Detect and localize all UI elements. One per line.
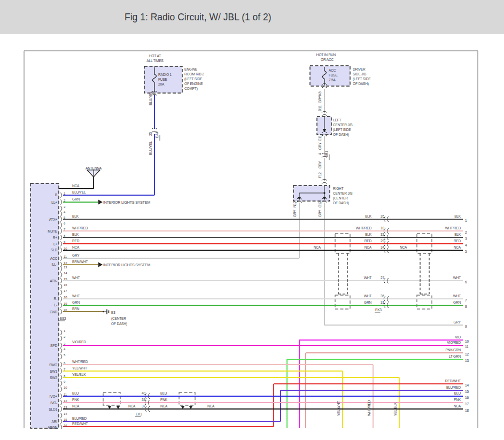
diagram-label: BRN/WHT [72,260,88,264]
pin-bracket [60,387,62,392]
pin-bracket [60,217,62,222]
shield-box [335,295,350,309]
diagram-label: GRN [72,197,80,201]
pin-bracket [60,248,62,253]
pin-bracket [60,394,62,399]
diagram-label: PNK [160,398,168,402]
pin-number: 2 [64,199,66,202]
diagram-label: SPD [50,344,57,348]
pin-number: 12 [64,399,67,403]
pin-number: 1 [64,329,66,333]
diagram-label: SIDE J/B [353,72,366,76]
diagram-label: 6 [465,280,467,284]
diagram-label: CENTER J/B [333,123,352,127]
diagram-label: GRY [453,320,461,324]
shield-box [417,295,432,309]
pin-bracket [60,343,62,348]
pin-bracket [60,267,62,272]
junction-dot [323,192,325,194]
shield-box [103,392,120,405]
diagram-label: 16 [465,396,469,399]
pin-number: 5 [64,353,66,357]
diagram-label: NCA [72,184,80,188]
diagram-label: BLK [72,214,79,218]
pin-number: 2 [64,335,66,338]
diagram-label: BLK [454,233,461,236]
pin-number: 9 [64,380,66,383]
diagram-label: IVO+ [50,395,58,398]
diagram-label: CENTER J/B [333,191,352,195]
diagram-label: L- [55,303,57,307]
diagram-label: VIO [455,335,461,339]
diagram-label: 2 [465,230,467,234]
diagram-label: ALL TIMES [146,59,164,63]
diagram-label: YEL/BLK [72,373,86,376]
diagram-label: N12 [293,201,297,207]
diagram-label: BLU/YEL [72,190,86,194]
radio-circuit-figure-page: Fig 1: Radio Circuit, W/ JBL (1 of 2) 12… [0,0,504,440]
diagram-label: 34 [381,245,384,249]
diagram-label: BRN [72,307,80,311]
pin-number: 10 [64,247,67,250]
diagram-label: 17 [465,402,469,406]
diagram-label: ILL- [51,263,57,266]
pin-bracket [60,400,62,405]
pin-number: 15 [64,418,67,421]
pin-number: 7 [64,368,66,371]
diagram-label: RED [454,239,461,243]
diagram-label: 18 [381,226,384,230]
diagram-label: ANTENNA [86,166,102,170]
diagram-label: 10 [465,339,469,343]
diagram-label: SW1 [50,369,57,373]
diagram-label: 29 [381,239,384,243]
diagram-label: BLK [72,233,79,236]
diagram-label: 4 [318,153,322,155]
diagram-label: ENGINE [184,67,198,71]
pin-bracket [60,362,62,367]
pin-bracket [60,419,62,424]
diagram-label: BLU/RED [446,385,461,389]
diagram-label: RED/WHT [72,422,88,426]
diagram-label: RADIO 1 [158,73,172,76]
diagram-label: DRIVER [353,67,366,71]
diagram-label: SW2 [50,376,57,380]
pin-bracket [60,303,62,308]
diagram-label: R+ [53,236,58,240]
diagram-label: COMPT) [184,87,198,91]
diagram-label: 3 [465,237,467,241]
diagram-label: 35 [381,294,384,298]
diagram-label: BLU/YEL [149,91,152,105]
diagram-label: PNK [72,398,80,402]
diagram-label: WHT/RED [445,226,461,230]
pin-bracket [60,256,62,261]
diagram-label: NCA [207,404,215,408]
pin-number: 15 [64,277,67,281]
diagram-label: 11 [465,345,469,349]
pin-bracket [60,193,62,198]
diagram-label: 26 [381,214,384,218]
pin-bracket [60,235,62,240]
diagram-label: 8 [465,305,467,308]
pin-number: 4 [64,211,66,214]
diagram-label: YEL/WHT [72,366,87,370]
diagram-label: WHT [72,276,80,280]
pin-number: 3 [64,205,66,209]
diagram-label: EK3 [375,308,382,312]
shield-box [179,392,195,405]
pin-number: 20 [64,308,67,312]
diagram-label: OF DASH) [333,133,349,137]
diagram-label: ARI [52,420,58,423]
pin-bracket [60,413,62,418]
diagram-label: WHT [72,294,80,298]
diagram-label: (LEFT SIDE [333,128,351,132]
arrow-icon [98,200,103,205]
diagram-label: RED [72,239,80,243]
diagram-label: LT GRN [449,354,461,358]
diagram-label: L+ [53,242,57,246]
pin-number: 7 [64,228,66,231]
diagram-label: WHT/RED [72,226,88,230]
diagram-label: BLU [72,391,79,395]
diagram-label: C11 [318,135,322,141]
diagram-label: K8 [318,91,322,96]
diagram-label: GND [50,310,57,314]
